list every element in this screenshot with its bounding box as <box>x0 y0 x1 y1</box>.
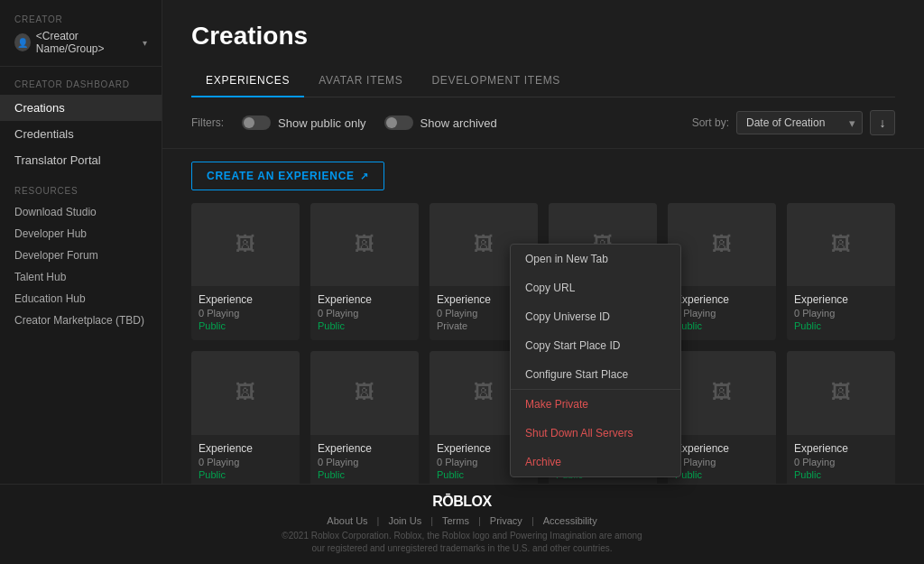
experience-card[interactable]: 🖼 Experience 0 Playing Public <box>191 351 300 484</box>
chevron-down-icon: ▾ <box>143 38 147 48</box>
image-placeholder-icon: 🖼 <box>236 233 255 256</box>
card-info: Experience 0 Playing Public <box>787 286 895 340</box>
context-menu-item[interactable]: Configure Start Place <box>511 360 680 389</box>
card-thumbnail: 🖼 <box>310 203 419 286</box>
context-menu-item[interactable]: Copy Universe ID <box>511 302 680 331</box>
sidebar-item-developer-hub[interactable]: Developer Hub <box>0 223 162 245</box>
create-experience-button[interactable]: CREATE AN EXPERIENCE ↗ <box>191 162 384 190</box>
card-info: Experience 0 Playing Public <box>668 435 776 484</box>
footer-logo: RŌBLOX <box>0 494 924 510</box>
show-archived-toggle[interactable] <box>384 116 413 130</box>
sidebar-item-developer-forum[interactable]: Developer Forum <box>0 245 162 266</box>
card-info: Experience 0 Playing Public <box>310 435 419 484</box>
sort-direction-button[interactable]: ↓ <box>870 110 895 135</box>
card-playing: 0 Playing <box>794 308 888 319</box>
sidebar: CREATOR 👤 <Creator Name/Group> ▾ CREATOR… <box>0 0 162 484</box>
sort-select[interactable]: Date of Creation Name Date Modified <box>736 111 863 134</box>
card-thumbnail: 🖼 <box>787 203 895 286</box>
card-playing: 0 Playing <box>199 457 292 467</box>
footer-links: About Us | Join Us | Terms | Privacy | A… <box>0 515 924 526</box>
sidebar-item-download-studio[interactable]: Download Studio <box>0 201 162 223</box>
card-playing: 0 Playing <box>675 308 769 319</box>
card-thumbnail: 🖼 <box>668 203 776 286</box>
resources-section-label: RESOURCES <box>0 186 162 196</box>
footer: RŌBLOX About Us | Join Us | Terms | Priv… <box>0 484 924 564</box>
filter-archived-group: Show archived <box>384 116 497 130</box>
context-menu-item[interactable]: Archive <box>511 448 680 476</box>
creator-name-row[interactable]: 👤 <Creator Name/Group> ▾ <box>14 30 147 55</box>
card-info: Experience 0 Playing Public <box>191 435 300 484</box>
experience-card[interactable]: 🖼 Experience 0 Playing Public <box>310 351 419 484</box>
tabs-bar: EXPERIENCES AVATAR ITEMS DEVELOPMENT ITE… <box>191 65 895 97</box>
experience-card[interactable]: 🖼 Experience 0 Playing Public <box>668 203 776 340</box>
tab-avatar-items[interactable]: AVATAR ITEMS <box>304 65 417 97</box>
card-status: Public <box>675 320 769 331</box>
context-menu-item[interactable]: Copy URL <box>511 273 680 302</box>
card-info: Experience 0 Playing Public <box>310 286 419 340</box>
experience-card[interactable]: 🖼 Experience 0 Playing Public <box>668 351 776 484</box>
card-status: Public <box>318 320 411 331</box>
sidebar-item-translator-portal[interactable]: Translator Portal <box>0 147 162 173</box>
sidebar-nav: Creations Credentials Translator Portal <box>0 95 162 173</box>
context-menu-item[interactable]: Shut Down All Servers <box>511 419 680 448</box>
context-menu-item[interactable]: Make Private <box>511 390 680 419</box>
dashboard-section-label: CREATOR DASHBOARD <box>0 79 162 89</box>
sidebar-item-creator-marketplace[interactable]: Creator Marketplace (TBD) <box>0 310 162 331</box>
card-playing: 0 Playing <box>318 457 411 467</box>
card-title: Experience <box>675 293 769 306</box>
card-status: Public <box>794 320 888 331</box>
card-title: Experience <box>318 293 411 306</box>
avatar: 👤 <box>14 33 31 51</box>
create-experience-label: CREATE AN EXPERIENCE <box>207 170 355 182</box>
sidebar-item-creations[interactable]: Creations <box>0 95 162 121</box>
card-status: Public <box>199 469 292 480</box>
image-placeholder-icon: 🖼 <box>474 233 494 256</box>
card-title: Experience <box>675 442 769 455</box>
show-public-toggle[interactable] <box>242 116 271 130</box>
footer-terms-link[interactable]: Terms <box>433 515 478 526</box>
image-placeholder-icon: 🖼 <box>712 381 732 404</box>
image-placeholder-icon: 🖼 <box>355 381 374 404</box>
experience-card[interactable]: 🖼 Experience 0 Playing Public <box>787 203 895 340</box>
experience-card[interactable]: 🖼 Experience 0 Playing Public <box>191 203 300 340</box>
card-status: Public <box>794 469 888 480</box>
sort-group: Sort by: Date of Creation Name Date Modi… <box>692 110 895 135</box>
card-info: Experience 0 Playing Public <box>668 286 776 340</box>
context-menu-item[interactable]: Copy Start Place ID <box>511 331 680 360</box>
footer-privacy-link[interactable]: Privacy <box>481 515 531 526</box>
card-title: Experience <box>199 442 292 455</box>
card-status: Public <box>199 320 292 331</box>
main-header: Creations EXPERIENCES AVATAR ITEMS DEVEL… <box>162 0 924 97</box>
image-placeholder-icon: 🖼 <box>831 233 851 256</box>
card-thumbnail: 🖼 <box>668 351 776 434</box>
show-public-label: Show public only <box>278 116 366 130</box>
creator-name: <Creator Name/Group> <box>36 30 137 55</box>
sidebar-resources: Download Studio Developer Hub Developer … <box>0 201 162 331</box>
tab-experiences[interactable]: EXPERIENCES <box>191 65 304 97</box>
card-status: Public <box>318 469 411 480</box>
filters-bar: Filters: Show public only Show archived … <box>162 97 924 149</box>
footer-about-link[interactable]: About Us <box>318 515 376 526</box>
filters-label: Filters: <box>191 116 224 129</box>
card-thumbnail: 🖼 <box>191 203 300 286</box>
tab-development-items[interactable]: DEVELOPMENT ITEMS <box>417 65 575 97</box>
card-thumbnail: 🖼 <box>310 351 419 434</box>
footer-join-link[interactable]: Join Us <box>379 515 430 526</box>
card-info: Experience 0 Playing Public <box>191 286 300 340</box>
image-placeholder-icon: 🖼 <box>831 381 851 404</box>
footer-accessibility-link[interactable]: Accessibility <box>534 515 606 526</box>
card-thumbnail: 🖼 <box>191 351 300 434</box>
filter-public-group: Show public only <box>242 116 366 130</box>
card-playing: 0 Playing <box>318 308 411 319</box>
experience-card[interactable]: 🖼 Experience 0 Playing Public <box>787 351 895 484</box>
sidebar-item-education-hub[interactable]: Education Hub <box>0 288 162 310</box>
sort-select-wrapper: Date of Creation Name Date Modified <box>736 111 863 134</box>
card-thumbnail: 🖼 <box>787 351 895 434</box>
image-placeholder-icon: 🖼 <box>355 233 374 256</box>
card-playing: 0 Playing <box>794 457 888 467</box>
sidebar-item-credentials[interactable]: Credentials <box>0 121 162 147</box>
sidebar-item-talent-hub[interactable]: Talent Hub <box>0 266 162 288</box>
experience-card[interactable]: 🖼 Experience 0 Playing Public <box>310 203 419 340</box>
context-menu-item[interactable]: Open in New Tab <box>511 245 680 273</box>
image-placeholder-icon: 🖼 <box>474 381 494 404</box>
